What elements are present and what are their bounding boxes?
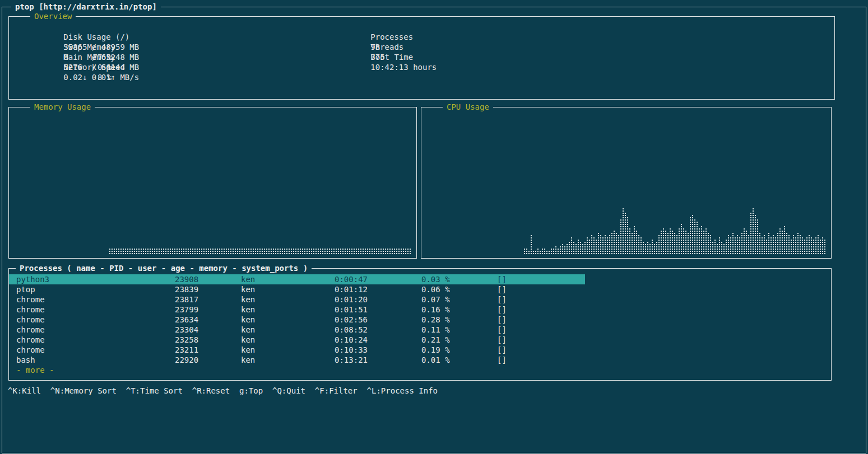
process-user: ken bbox=[241, 294, 335, 305]
process-memory: 0.06 % bbox=[421, 284, 497, 294]
overview-row: Disk Usage (/) 35865 / 48959 MB 77 % bbox=[16, 22, 170, 32]
process-row[interactable]: chrome 23258 ken 0:10:24 0.21 % [] bbox=[9, 335, 831, 345]
process-memory: 0.03 % bbox=[421, 274, 497, 284]
process-age: 0:01:12 bbox=[335, 284, 421, 294]
overview-metric-label: Network Speed bbox=[63, 62, 170, 72]
window-title: ptop [http://darxtrix.in/ptop] bbox=[11, 2, 161, 12]
window-frame: ptop [http://darxtrix.in/ptop] Overview … bbox=[2, 7, 866, 453]
process-name: chrome bbox=[16, 345, 175, 355]
processes-panel: Processes ( name - PID - user - age - me… bbox=[8, 268, 832, 381]
overview-metric-label: Swap Memory bbox=[63, 42, 170, 52]
process-age: 0:02:56 bbox=[335, 315, 421, 325]
overview-metric-value: 0.02↓ 0.01↑ MB/s bbox=[63, 72, 143, 82]
process-ports: [] bbox=[497, 294, 831, 305]
memory-usage-panel: Memory Usage bbox=[8, 107, 417, 259]
process-user: ken bbox=[241, 345, 335, 355]
process-name: chrome bbox=[16, 294, 175, 305]
memory-usage-graph bbox=[10, 193, 411, 255]
overview-metric-value: 10:42:13 hours bbox=[370, 63, 437, 72]
cpu-usage-title: CPU Usage bbox=[443, 102, 493, 112]
overview-metric-label: Processes bbox=[370, 32, 446, 42]
process-memory: 0.28 % bbox=[421, 315, 497, 325]
overview-row: Processes 98 bbox=[323, 22, 446, 32]
process-memory: 0.07 % bbox=[421, 294, 497, 305]
process-name: bash bbox=[16, 355, 175, 365]
process-name: ptop bbox=[16, 284, 175, 294]
process-row[interactable]: chrome 23799 ken 0:01:51 0.16 % [] bbox=[9, 305, 831, 315]
process-row[interactable]: chrome 23817 ken 0:01:20 0.07 % [] bbox=[9, 294, 831, 305]
process-ports: [] bbox=[497, 345, 831, 355]
more-indicator: - more - bbox=[9, 365, 831, 375]
process-pid: 23634 bbox=[175, 315, 241, 325]
overview-panel: Overview Disk Usage (/) 35865 / 48959 MB… bbox=[8, 16, 835, 100]
process-name: chrome bbox=[16, 325, 175, 335]
process-row[interactable]: bash 22920 ken 0:13:21 0.01 % [] bbox=[9, 355, 831, 365]
overview-metric-label: Main Memory bbox=[63, 52, 170, 62]
process-user: ken bbox=[241, 325, 335, 335]
overview-right-column: Processes 98 Threads 775 Boot Time 10:42… bbox=[323, 22, 446, 52]
process-ports: [] bbox=[497, 284, 831, 294]
process-age: 0:01:51 bbox=[335, 305, 421, 315]
process-pid: 23817 bbox=[175, 294, 241, 305]
process-age: 0:01:20 bbox=[335, 294, 421, 305]
cpu-usage-panel: CPU Usage bbox=[421, 107, 832, 259]
process-age: 0:10:33 bbox=[335, 345, 421, 355]
process-memory: 0.21 % bbox=[421, 335, 497, 345]
process-ports: [] bbox=[497, 355, 831, 365]
process-name: chrome bbox=[16, 335, 175, 345]
process-name: chrome bbox=[16, 305, 175, 315]
process-pid: 22920 bbox=[175, 355, 241, 365]
memory-usage-title: Memory Usage bbox=[30, 102, 95, 112]
process-age: 0:08:52 bbox=[335, 325, 421, 335]
process-row[interactable]: chrome 23634 ken 0:02:56 0.28 % [] bbox=[9, 315, 831, 325]
process-age: 0:00:47 bbox=[335, 274, 421, 284]
process-pid: 23258 bbox=[175, 335, 241, 345]
process-ports: [] bbox=[497, 335, 831, 345]
process-row[interactable]: chrome 23211 ken 0:10:33 0.19 % [] bbox=[9, 345, 831, 355]
process-user: ken bbox=[241, 305, 335, 315]
processes-title: Processes ( name - PID - user - age - me… bbox=[16, 263, 312, 273]
overview-metric-label: Boot Time bbox=[370, 52, 446, 62]
process-user: ken bbox=[241, 315, 335, 325]
keybindings-bar: ^K:Kill ^N:Memory Sort ^T:Time Sort ^R:R… bbox=[8, 386, 438, 396]
graph-dot-column bbox=[824, 239, 826, 255]
overview-metric-label: Disk Usage (/) bbox=[63, 32, 170, 42]
process-ports: [] bbox=[497, 274, 585, 284]
process-row[interactable]: ptop 23839 ken 0:01:12 0.06 % [] bbox=[9, 284, 831, 294]
process-row[interactable]: chrome 23304 ken 0:08:52 0.11 % [] bbox=[9, 325, 831, 335]
process-pid: 23304 bbox=[175, 325, 241, 335]
process-ports: [] bbox=[497, 315, 831, 325]
process-pid: 23908 bbox=[175, 274, 241, 284]
process-name: python3 bbox=[16, 274, 175, 284]
process-memory: 0.01 % bbox=[421, 355, 497, 365]
process-pid: 23799 bbox=[175, 305, 241, 315]
process-user: ken bbox=[241, 284, 335, 294]
process-pid: 23839 bbox=[175, 284, 241, 294]
graph-dot-column bbox=[409, 248, 411, 255]
process-memory: 0.16 % bbox=[421, 305, 497, 315]
process-ports: [] bbox=[497, 325, 831, 335]
process-memory: 0.19 % bbox=[421, 345, 497, 355]
process-age: 0:13:21 bbox=[335, 355, 421, 365]
process-row[interactable]: python3 23908 ken 0:00:47 0.03 % [] bbox=[9, 274, 585, 284]
process-age: 0:10:24 bbox=[335, 335, 421, 345]
overview-metric-label: Threads bbox=[370, 42, 446, 52]
overview-title: Overview bbox=[30, 11, 76, 21]
cpu-usage-graph bbox=[423, 193, 826, 255]
process-ports: [] bbox=[497, 305, 831, 315]
process-pid: 23211 bbox=[175, 345, 241, 355]
overview-left-column: Disk Usage (/) 35865 / 48959 MB 77 % Swa… bbox=[16, 22, 170, 62]
process-user: ken bbox=[241, 335, 335, 345]
process-table: python3 23908 ken 0:00:47 0.03 % [] ptop… bbox=[9, 274, 831, 375]
process-user: ken bbox=[241, 355, 335, 365]
process-name: chrome bbox=[16, 315, 175, 325]
process-memory: 0.11 % bbox=[421, 325, 497, 335]
process-user: ken bbox=[241, 274, 335, 284]
